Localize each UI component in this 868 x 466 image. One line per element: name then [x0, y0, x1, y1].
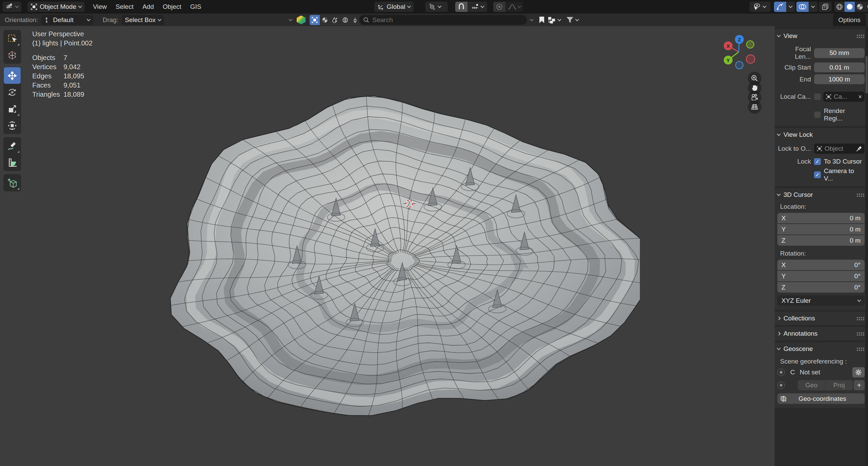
geo-coordinates-button[interactable]: Geo-coordinates: [777, 393, 865, 404]
tool-cursor[interactable]: [4, 47, 21, 63]
show-gizmo-toggle[interactable]: [774, 2, 786, 12]
cursor-rotation-x[interactable]: X0°: [777, 260, 865, 270]
menu-add[interactable]: Add: [138, 3, 158, 11]
lock-object-field[interactable]: Object: [814, 144, 865, 154]
local-camera-field[interactable]: Ca... ×: [823, 92, 865, 102]
color-gradient-icon[interactable]: [297, 16, 306, 24]
panel-drag-handle[interactable]: [856, 193, 865, 197]
geo-radio[interactable]: [777, 381, 785, 389]
drag-dropdown[interactable]: Select Box: [122, 15, 164, 25]
panel-geoscene-header[interactable]: Geoscene: [777, 343, 865, 354]
menu-gis[interactable]: GIS: [186, 3, 206, 11]
shading-wireframe-button[interactable]: [834, 2, 845, 12]
focal-length-field[interactable]: 50 mm: [814, 48, 865, 58]
add-crs-button[interactable]: +: [854, 380, 865, 390]
snap-toggle[interactable]: [455, 2, 467, 12]
panel-collections-header[interactable]: Collections: [777, 313, 865, 324]
tool-add-cube[interactable]: [4, 174, 21, 191]
to-3d-cursor-checkbox[interactable]: ✓: [814, 158, 821, 165]
editor-type-button[interactable]: [3, 2, 21, 12]
crs-radio[interactable]: [777, 369, 785, 376]
sidebar-scrollbar[interactable]: [865, 26, 868, 466]
show-overlays-toggle[interactable]: [796, 2, 809, 12]
chevron-down-icon[interactable]: [530, 17, 533, 21]
menu-view[interactable]: View: [89, 3, 111, 11]
clear-icon[interactable]: ×: [858, 93, 862, 100]
filter-droplet-toggle[interactable]: [330, 15, 340, 25]
menu-select[interactable]: Select: [111, 3, 138, 11]
mode-dropdown[interactable]: Object Mode: [27, 2, 85, 12]
navigation-gizmo[interactable]: X Z Y: [719, 32, 758, 72]
object-types-visibility-dropdown[interactable]: [750, 2, 771, 12]
cursor-location-x[interactable]: X0 m: [777, 213, 865, 223]
local-camera-checkbox[interactable]: [814, 93, 821, 100]
render-region-checkbox[interactable]: [814, 111, 821, 118]
shading-solid-button[interactable]: [845, 2, 855, 12]
pivot-point-dropdown[interactable]: [425, 2, 448, 12]
falloff-curve-icon: [508, 4, 517, 10]
shading-rendered-button[interactable]: [865, 2, 868, 12]
search-box[interactable]: [359, 15, 527, 25]
filter-globe-toggle[interactable]: [340, 15, 350, 25]
panel-drag-handle[interactable]: [856, 34, 865, 38]
cursor-location-y[interactable]: Y0 m: [777, 224, 865, 235]
gizmo-y-axis[interactable]: Y: [724, 56, 733, 64]
camera-to-view-checkbox[interactable]: ✓: [814, 171, 821, 178]
tool-transform[interactable]: [4, 117, 21, 134]
overlays-dropdown[interactable]: [809, 2, 817, 12]
rotate-icon: [7, 87, 17, 97]
filter-sphere-toggle[interactable]: [320, 15, 330, 25]
proportional-circle-icon: [496, 3, 503, 10]
rotation-mode-dropdown[interactable]: XYZ Euler: [777, 295, 865, 306]
cursor-rotation-y[interactable]: Y0°: [777, 271, 865, 281]
panel-3d-cursor-header[interactable]: 3D Cursor: [777, 189, 865, 200]
chevron-down-icon[interactable]: [289, 17, 292, 21]
xray-toggle[interactable]: [819, 2, 832, 12]
cursor-location-z[interactable]: Z0 m: [777, 235, 865, 246]
bookmark-button[interactable]: [539, 16, 544, 23]
filter-frame-toggle[interactable]: [310, 15, 320, 25]
tool-select-box[interactable]: [4, 30, 21, 47]
local-camera-label: Local Ca...: [777, 93, 814, 100]
filter-dropdown[interactable]: [566, 17, 578, 23]
axis-x-label: X: [726, 43, 730, 49]
display-mode-dropdown[interactable]: [548, 16, 561, 24]
tool-rotate[interactable]: [4, 84, 21, 100]
tool-scale[interactable]: [4, 100, 21, 117]
eyedropper-icon[interactable]: [856, 146, 862, 152]
proportional-falloff-dropdown[interactable]: [505, 2, 523, 12]
transform-orientation-dropdown[interactable]: Global: [374, 2, 413, 12]
crs-settings-button[interactable]: [852, 367, 865, 377]
panel-drag-handle[interactable]: [856, 332, 865, 336]
tool-orientation-dropdown[interactable]: Default: [41, 15, 93, 25]
proportional-edit-toggle[interactable]: [493, 2, 505, 12]
menu-object[interactable]: Object: [158, 3, 186, 11]
gizmo-z-axis[interactable]: Z: [735, 35, 744, 44]
clip-end-field[interactable]: 1000 m: [814, 74, 865, 84]
panel-drag-handle[interactable]: [856, 347, 865, 351]
3d-viewport[interactable]: User Perspective (1) lights | Point.002 …: [0, 26, 775, 466]
clip-start-field[interactable]: 0.01 m: [814, 62, 865, 72]
search-input[interactable]: [372, 16, 515, 24]
gizmo-dropdown[interactable]: [786, 2, 795, 12]
panel-view-header[interactable]: View: [777, 31, 865, 41]
chevron-down-icon: [158, 17, 161, 21]
tool-annotate[interactable]: [4, 137, 21, 154]
shading-material-button[interactable]: [855, 2, 865, 12]
options-dropdown[interactable]: Options: [833, 14, 866, 26]
panel-title: Collections: [783, 315, 815, 322]
proj-button[interactable]: Proj: [826, 380, 853, 390]
toggle-ortho-button[interactable]: [748, 100, 761, 114]
tool-measure[interactable]: [4, 154, 21, 171]
axis-label: X: [781, 215, 786, 222]
scrollbar-thumb[interactable]: [866, 56, 868, 93]
panel-annotations-header[interactable]: Annotations: [777, 328, 865, 339]
gizmo-x-axis[interactable]: X: [724, 41, 733, 50]
snap-target-dropdown[interactable]: [467, 2, 487, 12]
panel-drag-handle[interactable]: [856, 317, 865, 320]
tool-move[interactable]: [4, 67, 21, 84]
terrain-mesh-object[interactable]: [165, 95, 640, 421]
panel-view-lock-header[interactable]: View Lock: [777, 129, 865, 140]
cursor-rotation-z[interactable]: Z0°: [777, 282, 865, 293]
geo-button[interactable]: Geo: [798, 380, 825, 390]
